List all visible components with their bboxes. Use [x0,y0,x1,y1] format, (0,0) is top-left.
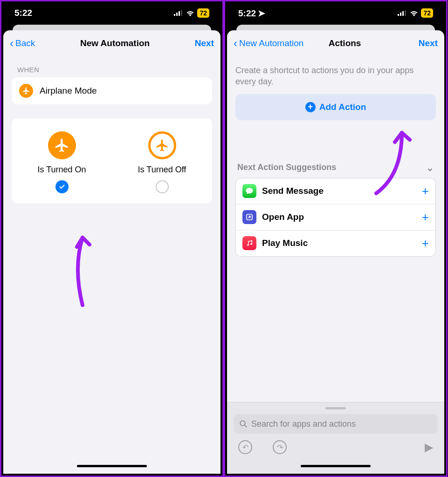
option-on-label: Is Turned On [37,165,86,175]
options-card: Is Turned On Is Turned Off [12,118,212,204]
back-label: Back [15,38,35,48]
add-icon[interactable]: + [422,236,429,251]
status-bar: 5:22➤ 72 [225,1,446,25]
radio-checked-icon [55,180,69,193]
add-icon[interactable]: + [422,210,429,225]
suggestions-title: Next Action Suggestions [237,163,336,172]
location-icon: ➤ [258,8,265,18]
nav-title: New Automation [80,38,150,48]
next-button[interactable]: Next [419,38,438,48]
airplane-filled-icon [48,131,76,159]
sheet: ‹ Back New Automation Next WHEN Airplane… [3,30,221,474]
status-time: 5:22➤ [238,8,265,19]
nav-bar: ‹ Back New Automation Next [3,30,221,56]
bottom-toolbar: Search for apps and actions ↶ ↷ ▶ [227,402,444,474]
svg-line-12 [244,425,247,427]
suggestion-send-message[interactable]: Send Message + [236,178,435,204]
grabber-handle[interactable] [325,407,346,409]
plus-circle-icon: + [305,102,316,112]
back-label: New Automation [239,38,303,48]
svg-rect-2 [179,11,180,16]
radio-unchecked-icon [156,180,169,193]
battery-badge: 72 [421,8,433,18]
svg-rect-3 [181,10,182,16]
wifi-icon [410,10,418,16]
svg-point-9 [247,244,248,245]
battery-badge: 72 [197,8,209,18]
add-action-button[interactable]: + Add Action [235,94,436,120]
search-placeholder: Search for apps and actions [251,419,356,429]
cellular-icon [174,10,183,16]
status-bar: 5:22 72 [1,1,222,25]
search-icon [239,420,248,428]
search-input[interactable]: Search for apps and actions [234,414,438,434]
suggestion-list: Send Message + Open App + Play Music + [235,178,436,257]
trigger-card[interactable]: Airplane Mode [12,77,212,104]
nav-bar: ‹ New Automation Actions Next [227,30,444,56]
option-off-label: Is Turned Off [138,165,186,175]
svg-rect-1 [176,13,178,16]
toolbar-row: ↶ ↷ ▶ [234,434,438,454]
annotation-arrow-icon [64,231,106,310]
svg-rect-7 [405,10,406,16]
redo-button[interactable]: ↷ [273,440,287,454]
suggestion-open-app[interactable]: Open App + [236,204,435,231]
sheet-background-peek [13,25,211,30]
home-indicator[interactable] [77,465,147,467]
next-button[interactable]: Next [195,38,214,48]
undo-button[interactable]: ↶ [238,440,252,454]
wifi-icon [186,10,194,16]
messages-app-icon [242,184,256,198]
nav-title: Actions [329,38,361,48]
phone-left: 5:22 72 ‹ Back New Automation Next WHEN … [0,0,224,477]
status-icons: 72 [174,8,209,18]
cellular-icon [398,10,407,16]
chevron-left-icon: ‹ [10,38,14,49]
suggestion-label: Open App [262,212,416,222]
phone-right: 5:22➤ 72 ‹ New Automation Actions Next C… [224,0,448,477]
svg-point-10 [250,243,252,245]
description-text: Create a shortcut to actions you do in y… [227,56,444,94]
suggestion-play-music[interactable]: Play Music + [236,231,435,256]
add-action-label: Add Action [319,102,366,112]
suggestions-header[interactable]: Next Action Suggestions ⌄ [227,120,444,178]
add-icon[interactable]: + [422,184,429,198]
chevron-down-icon: ⌄ [426,162,434,173]
trigger-row: Airplane Mode [12,77,212,104]
option-turned-off[interactable]: Is Turned Off [112,131,212,193]
status-time: 5:22 [14,8,32,18]
shortcuts-app-icon [242,210,256,224]
section-when-label: WHEN [3,56,221,77]
suggestion-label: Send Message [262,186,416,196]
svg-rect-4 [398,14,399,16]
svg-rect-0 [174,14,175,16]
svg-rect-6 [402,11,404,16]
back-button[interactable]: ‹ New Automation [234,38,303,49]
home-indicator[interactable] [301,465,371,467]
suggestion-label: Play Music [262,238,416,248]
airplane-outline-icon [148,131,176,159]
chevron-left-icon: ‹ [234,38,237,49]
status-icons: 72 [398,8,433,18]
sheet-background-peek [236,25,435,30]
svg-rect-5 [400,13,401,16]
option-turned-on[interactable]: Is Turned On [12,131,112,193]
airplane-icon [19,84,33,98]
trigger-label: Airplane Mode [40,86,97,96]
sheet: ‹ New Automation Actions Next Create a s… [227,30,444,474]
back-button[interactable]: ‹ Back [10,38,35,49]
run-button[interactable]: ▶ [425,441,433,454]
music-app-icon [242,236,256,250]
